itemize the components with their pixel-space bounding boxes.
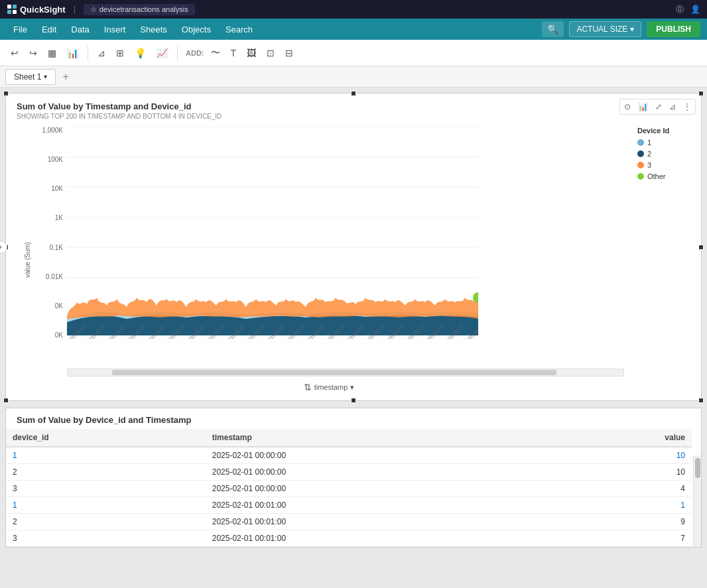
visual-button[interactable]: 📈 xyxy=(153,45,172,61)
cell-device-id-3[interactable]: 1 xyxy=(6,497,206,514)
chart-subtitle: SHOWING TOP 200 IN TIMESTAMP AND BOTTOM … xyxy=(17,113,690,120)
chart-more-button[interactable]: ⋮ xyxy=(680,101,694,113)
svg-rect-2 xyxy=(7,10,11,14)
chart-toolbar: ⊙ 📊 ⤢ ⊿ ⋮ xyxy=(619,99,696,115)
table-row: 32025-02-01 00:00:004 xyxy=(6,481,692,497)
menu-edit[interactable]: Edit xyxy=(35,22,63,37)
cell-device-id-2: 3 xyxy=(6,481,206,497)
redo-button[interactable]: ↪ xyxy=(25,45,41,61)
chart-body: 1,000K 100K 10K 1K 0.1K 0.01K 0K 0K xyxy=(34,127,624,379)
tab-label: devicetransactions analysis xyxy=(99,5,188,13)
text-add-button[interactable]: T xyxy=(227,45,241,61)
col-header-value[interactable]: value xyxy=(556,429,692,447)
actual-size-button[interactable]: ACTUAL SIZE ▾ xyxy=(569,21,641,37)
menu-file[interactable]: File xyxy=(7,22,34,37)
chart-focus-button[interactable]: ⊙ xyxy=(621,101,633,113)
chart-inner: Sum of Value by Timestamp and Device_id … xyxy=(6,93,701,400)
svg-rect-0 xyxy=(7,5,11,9)
publish-button[interactable]: PUBLISH xyxy=(647,21,700,37)
legend-label-3: 3 xyxy=(647,161,651,169)
legend-item-other: Other xyxy=(637,172,690,180)
image-add-button[interactable]: 🖼 xyxy=(243,45,260,61)
search-button[interactable]: 🔍 xyxy=(542,21,564,37)
chart-scrollbar[interactable] xyxy=(67,369,624,377)
cell-timestamp-2: 2025-02-01 00:00:00 xyxy=(206,481,556,497)
chart-bar-button[interactable]: 📊 xyxy=(635,101,651,113)
app-logo: QuickSight xyxy=(7,4,66,15)
x-axis-label-text: timestamp xyxy=(314,383,348,391)
menu-sheets[interactable]: Sheets xyxy=(133,22,173,37)
cell-device-id-4: 2 xyxy=(6,514,206,530)
menu-search[interactable]: Search xyxy=(219,22,259,37)
document-tab[interactable]: ☆ devicetransactions analysis xyxy=(84,4,195,15)
col-header-timestamp[interactable]: timestamp xyxy=(206,429,556,447)
chart-svg: 2025-02-07 ... 2025-02-07 ... 2025-02-07… xyxy=(67,127,478,339)
cell-device-id-5: 3 xyxy=(6,530,206,547)
y-label-01k: 0.1K xyxy=(49,244,63,251)
star-icon: ☆ xyxy=(90,5,97,14)
resize-handle-mr[interactable] xyxy=(698,245,704,250)
sheet-tab-1[interactable]: Sheet 1 ▾ xyxy=(5,69,56,85)
legend-dot-3 xyxy=(637,162,644,168)
help-icon[interactable]: ⓪ xyxy=(676,4,684,15)
y-label-1k: 1K xyxy=(55,214,63,221)
table-icon-button[interactable]: ▦ xyxy=(44,45,60,61)
menu-objects[interactable]: Objects xyxy=(175,22,218,37)
table-widget: Sum of Value by Device_id and Timestamp … xyxy=(5,408,702,548)
resize-handle-tr[interactable] xyxy=(698,91,704,96)
table-scrollbar-thumb[interactable] xyxy=(695,458,700,478)
legend-dot-1 xyxy=(637,139,644,146)
line-chart-add-button[interactable]: 〜 xyxy=(207,44,224,62)
sheet-tab-label: Sheet 1 xyxy=(14,72,41,82)
cell-value-3: 1 xyxy=(556,497,692,514)
table-row: 12025-02-01 00:00:0010 xyxy=(6,447,692,464)
cell-timestamp-4: 2025-02-01 00:01:00 xyxy=(206,514,556,530)
cell-device-id-1: 2 xyxy=(6,464,206,481)
cell-device-id-0[interactable]: 1 xyxy=(6,447,206,464)
svg-rect-3 xyxy=(13,10,17,14)
table-container: device_id timestamp value 12025-02-01 00… xyxy=(6,429,701,547)
x-axis-chevron-icon[interactable]: ▾ xyxy=(350,383,354,392)
legend-label-other: Other xyxy=(647,172,666,180)
chart-filter-button[interactable]: ⊿ xyxy=(667,101,678,113)
custom-add-button[interactable]: ⊟ xyxy=(281,45,297,61)
legend-label-2: 2 xyxy=(647,150,651,158)
toolbar-divider-2 xyxy=(177,45,178,61)
filter-button[interactable]: ⊿ xyxy=(94,45,109,61)
table-row: 12025-02-01 00:01:001 xyxy=(6,497,692,514)
legend-dot-other xyxy=(637,173,644,180)
menu-insert[interactable]: Insert xyxy=(97,22,133,37)
add-sheet-button[interactable]: + xyxy=(58,70,72,84)
data-table: device_id timestamp value 12025-02-01 00… xyxy=(6,429,692,547)
menu-data[interactable]: Data xyxy=(64,22,96,37)
y-axis-title: value (Sum) xyxy=(24,242,31,278)
add-label: ADD: xyxy=(186,49,204,57)
y-label-001k: 0.01K xyxy=(46,273,63,280)
y-axis-labels: 1,000K 100K 10K 1K 0.1K 0.01K 0K 0K xyxy=(34,127,67,339)
title-bar: QuickSight | ☆ devicetransactions analys… xyxy=(0,0,707,19)
resize-handle-bl[interactable] xyxy=(3,398,9,403)
undo-button[interactable]: ↩ xyxy=(7,45,23,61)
title-bar-right: ⓪ 👤 xyxy=(676,4,700,15)
group-button[interactable]: ⊞ xyxy=(112,45,128,61)
bar-chart-button[interactable]: 📊 xyxy=(63,45,82,61)
legend-title: Device Id xyxy=(637,127,690,135)
resize-handle-tl[interactable] xyxy=(3,91,9,96)
chart-expand-button[interactable]: ⤢ xyxy=(653,101,665,113)
area-device3 xyxy=(67,298,478,319)
resize-handle-br[interactable] xyxy=(698,398,704,403)
chart-plot-area: 1,000K 100K 10K 1K 0.1K 0.01K 0K 0K xyxy=(34,127,624,392)
legend-item-2: 2 xyxy=(637,150,690,158)
table-scrollbar[interactable] xyxy=(693,455,701,547)
layout-add-button[interactable]: ⊡ xyxy=(263,45,279,61)
y-label-0k-1: 0K xyxy=(55,302,63,310)
user-icon[interactable]: 👤 xyxy=(690,5,700,14)
insight-button[interactable]: 💡 xyxy=(131,45,150,61)
cell-value-4: 9 xyxy=(556,514,692,530)
resize-handle-tc[interactable] xyxy=(351,91,356,96)
resize-handle-bc[interactable] xyxy=(351,398,356,403)
cell-timestamp-3: 2025-02-01 00:01:00 xyxy=(206,497,556,514)
x-axis-label-container: ⇅ timestamp ▾ xyxy=(34,382,624,392)
col-header-device_id[interactable]: device_id xyxy=(6,429,206,447)
chart-scrollbar-thumb[interactable] xyxy=(112,370,556,375)
